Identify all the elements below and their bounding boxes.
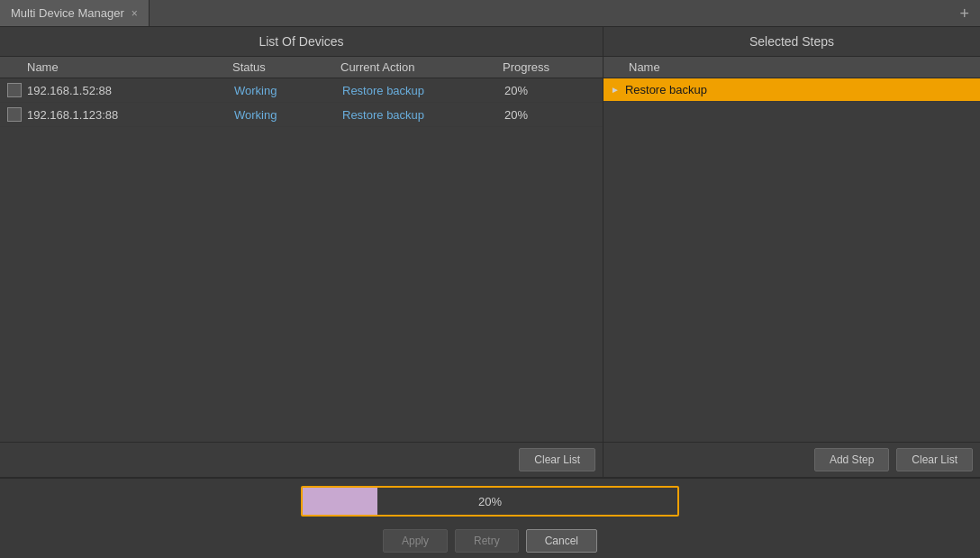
tab-multi-device-manager[interactable]: Multi Device Manager × xyxy=(0,0,150,26)
devices-table-header: Name Status Current Action Progress xyxy=(0,56,603,78)
device-progress: 20% xyxy=(504,84,595,97)
bottom-bar: 20% Apply Retry Cancel xyxy=(0,477,980,558)
progress-section: 20% xyxy=(0,479,980,524)
device-progress: 20% xyxy=(504,108,595,122)
progress-text: 20% xyxy=(303,495,677,508)
header-step-name: Name xyxy=(611,60,973,74)
table-row[interactable]: 192.168.1.52:88 Working Restore backup 2… xyxy=(0,78,603,103)
device-status: Working xyxy=(234,84,342,97)
device-name: 192.168.1.52:88 xyxy=(27,84,234,97)
device-checkbox[interactable] xyxy=(7,83,22,97)
header-progress: Progress xyxy=(503,60,595,74)
table-row[interactable]: 192.168.1.123:88 Working Restore backup … xyxy=(0,103,603,127)
device-checkbox[interactable] xyxy=(7,107,22,122)
device-status: Working xyxy=(234,108,342,122)
tab-label: Multi Device Manager xyxy=(11,6,124,20)
devices-table-body: 192.168.1.52:88 Working Restore backup 2… xyxy=(0,78,603,442)
steps-table-body: ► Restore backup xyxy=(603,78,980,442)
device-name: 192.168.1.123:88 xyxy=(27,108,234,122)
retry-button[interactable]: Retry xyxy=(455,529,519,553)
right-panel: Selected Steps Name ► Restore backup Add… xyxy=(603,27,980,477)
right-panel-footer: Add Step Clear List xyxy=(603,442,980,477)
main-content: List Of Devices Name Status Current Acti… xyxy=(0,27,980,477)
cancel-button[interactable]: Cancel xyxy=(526,529,597,553)
tab-close-icon[interactable]: × xyxy=(132,7,138,20)
device-action: Restore backup xyxy=(342,108,504,122)
action-buttons: Apply Retry Cancel xyxy=(0,524,980,558)
right-panel-title: Selected Steps xyxy=(603,27,980,56)
header-status: Status xyxy=(232,60,340,74)
left-panel-title: List Of Devices xyxy=(0,27,603,56)
left-panel: List Of Devices Name Status Current Acti… xyxy=(0,27,603,477)
tab-add-button[interactable]: + xyxy=(948,0,980,27)
step-name: Restore backup xyxy=(625,83,707,96)
clear-list-button-right[interactable]: Clear List xyxy=(896,448,973,471)
step-row[interactable]: ► Restore backup xyxy=(603,78,980,102)
clear-list-button-left[interactable]: Clear List xyxy=(519,448,595,471)
apply-button[interactable]: Apply xyxy=(383,529,448,553)
header-action: Current Action xyxy=(340,60,503,74)
device-action: Restore backup xyxy=(342,84,504,97)
tab-bar: Multi Device Manager × + xyxy=(0,0,980,27)
left-panel-footer: Clear List xyxy=(0,442,603,477)
step-arrow-icon: ► xyxy=(611,85,620,95)
steps-table-header: Name xyxy=(603,56,980,78)
add-step-button[interactable]: Add Step xyxy=(814,448,889,471)
header-name: Name xyxy=(7,60,232,74)
progress-bar-wrapper: 20% xyxy=(301,486,679,517)
